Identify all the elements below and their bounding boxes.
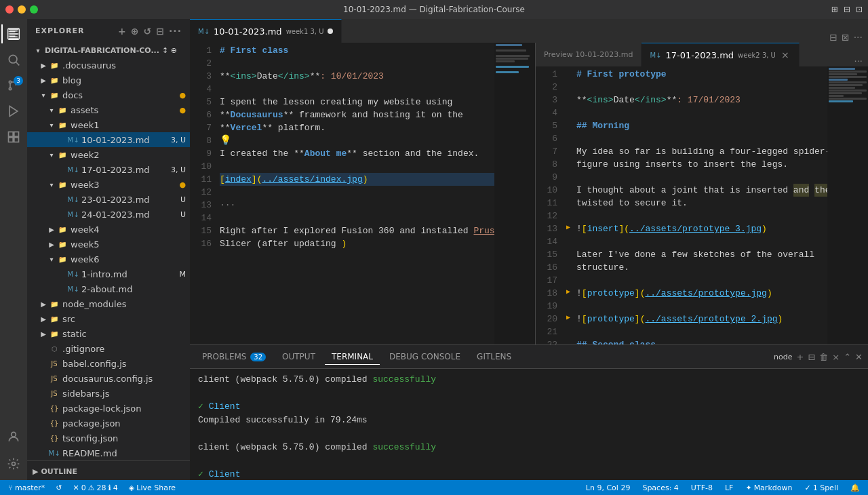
layout-icon-2[interactable]: ⊟ (844, 5, 850, 14)
status-branch[interactable]: ⑂ master* (5, 483, 47, 492)
collapse-all-icon[interactable]: ⊟ (156, 26, 165, 37)
blog-chevron: ▶ (38, 75, 49, 85)
terminal-content[interactable]: client (webpack 5.75.0) compiled success… (190, 369, 868, 480)
status-live-share[interactable]: ◈ Live Share (126, 483, 178, 492)
tab-10-01[interactable]: M↓ 10-01-2023.md week1 3, U (190, 19, 342, 43)
week5-chevron: ▶ (46, 239, 57, 250)
spell-icon: ✓ (804, 483, 810, 492)
tree-item-static[interactable]: ▶ 📁 static (27, 326, 190, 341)
tree-item-blog[interactable]: ▶ 📁 blog (27, 73, 190, 87)
status-notification[interactable]: 🔔 (848, 483, 863, 492)
tab-17-01-preview[interactable]: M↓ 17-01-2023.md week2 3, U × (642, 43, 799, 66)
editor-layout-icon[interactable]: ⊠ (842, 32, 850, 43)
error-icon: ✕ (73, 483, 79, 492)
trash-terminal-icon[interactable]: 🗑 (819, 352, 828, 362)
more-tabs-icon[interactable]: ··· (854, 32, 863, 43)
status-errors[interactable]: ✕ 0 ⚠ 28 ℹ 4 (71, 483, 121, 492)
add-terminal-icon[interactable]: + (796, 352, 804, 362)
status-eol[interactable]: LF (722, 483, 736, 492)
src-chevron: ▶ (38, 313, 49, 324)
terminal-tab-problems[interactable]: PROBLEMS 32 (195, 349, 273, 364)
tree-item-node-modules[interactable]: ▶ 📁 node_modules (27, 296, 190, 311)
split-terminal-icon[interactable]: ⊟ (808, 352, 815, 362)
tree-item-week1[interactable]: ▾ 📁 week1 (27, 117, 190, 132)
minimize-button[interactable] (18, 5, 26, 14)
tree-root[interactable]: ▾ DIGITAL-FABRICATION-CO... ↕ ⊕ (27, 43, 190, 58)
tree-item-docs[interactable]: ▾ 📁 docs ● (27, 87, 190, 102)
tab-preview-10-01[interactable]: Preview 10-01-2023.md (536, 43, 642, 66)
tree-item-gitignore[interactable]: ▶ ⬡ .gitignore (27, 341, 190, 356)
tab-17-01-close[interactable]: × (780, 48, 791, 62)
preview-content[interactable]: 1234 5678 9101112 13141516 17181920 2122… (536, 66, 868, 344)
terminal-tab-gitlens[interactable]: GITLENS (470, 349, 518, 364)
tree-item-docusaurus-config[interactable]: ▶ JS docusaurus.config.js (27, 371, 190, 386)
status-spaces[interactable]: Spaces: 4 (639, 483, 681, 492)
tabs-bar: M↓ 10-01-2023.md week1 3, U ⊟ ⊠ ··· (190, 19, 868, 43)
tree-item-17-01[interactable]: ▶ M↓ 17-01-2023.md 3, U (27, 162, 190, 177)
tree-item-babel[interactable]: ▶ JS babel.config.js (27, 356, 190, 371)
tree-item-week4[interactable]: ▶ 📁 week4 (27, 222, 190, 237)
split-editor-icon[interactable]: ⊟ (829, 32, 837, 43)
terminal-tab-debug[interactable]: DEBUG CONSOLE (382, 349, 467, 364)
tree-item-readme[interactable]: ▶ M↓ README.md (27, 446, 190, 460)
p-h2-second: ## Second class (576, 338, 656, 344)
tree-item-src[interactable]: ▶ 📁 src (27, 311, 190, 326)
tree-item-24-01[interactable]: ▶ M↓ 24-01-2023.md U (27, 207, 190, 222)
refresh-icon[interactable]: ↺ (144, 26, 153, 37)
status-sync[interactable]: ↺ (53, 483, 64, 492)
new-file-icon[interactable]: + (118, 26, 127, 37)
tree-item-week2[interactable]: ▾ 📁 week2 (27, 147, 190, 162)
tree-item-week5[interactable]: ▶ 📁 week5 (27, 237, 190, 252)
kill-terminal-icon[interactable]: × (832, 352, 840, 362)
problems-label: PROBLEMS (202, 352, 247, 361)
tree-item-week3[interactable]: ▾ 📁 week3 ● (27, 177, 190, 192)
p-bold-stars-2: ** (667, 94, 677, 106)
tree-item-assets[interactable]: ▾ 📁 assets ● (27, 102, 190, 117)
status-language[interactable]: ✦ Markdown (743, 483, 795, 492)
more-preview-icon[interactable]: ··· (854, 56, 863, 66)
new-folder-icon[interactable]: ⊕ (131, 26, 140, 37)
layout-icon-3[interactable]: ⊡ (856, 5, 863, 14)
outline-header[interactable]: ▶ OUTLINE (27, 464, 190, 479)
p-img-bracket-2-close: ] (635, 287, 640, 300)
svg-point-5 (9, 87, 11, 90)
branch-label: master* (15, 483, 45, 492)
maximize-terminal-icon[interactable]: ⌃ (844, 352, 851, 362)
tree-item-2-about[interactable]: ▶ M↓ 2-about.md (27, 281, 190, 296)
t-client-label-1: Client (209, 401, 241, 412)
tree-item-package[interactable]: ▶ {} package.json (27, 416, 190, 431)
tree-item-package-lock[interactable]: ▶ {} package-lock.json (27, 401, 190, 416)
close-terminal-icon[interactable]: ✕ (855, 352, 863, 362)
status-spell[interactable]: ✓ 1 Spell (802, 483, 841, 492)
activity-explorer[interactable] (1, 22, 26, 46)
maximize-button[interactable] (30, 5, 38, 14)
activity-extensions[interactable] (1, 125, 26, 149)
close-button[interactable] (5, 5, 14, 14)
bracket-open: [ (220, 173, 225, 186)
docs-folder-icon: 📁 (49, 90, 60, 100)
tree-item-docusaurus[interactable]: ▶ 📁 .docusaurus (27, 58, 190, 73)
code-editor-left[interactable]: 1234 5678 9101112 13141516 # First class (190, 43, 535, 344)
tree-item-1-intro[interactable]: ▶ M↓ 1-intro.md M (27, 266, 190, 281)
status-encoding[interactable]: UTF-8 (688, 483, 715, 492)
more-actions-icon[interactable]: ··· (169, 26, 182, 37)
preview-line-5: ## Morning (576, 119, 827, 132)
tree-item-23-01[interactable]: ▶ M↓ 23-01-2023.md U (27, 192, 190, 207)
terminal-tab-output[interactable]: OUTPUT (275, 349, 322, 364)
tree-item-10-01[interactable]: ▶ M↓ 10-01-2023.md 3, U (27, 132, 190, 147)
tree-item-tsconfig[interactable]: ▶ {} tsconfig.json (27, 431, 190, 446)
window-controls (5, 5, 38, 14)
svg-line-2 (16, 62, 20, 66)
activity-search[interactable] (1, 47, 26, 72)
activity-source-control[interactable]: 3 (1, 73, 26, 98)
tree-item-week6[interactable]: ▾ 📁 week6 (27, 252, 190, 266)
svg-rect-9 (14, 132, 19, 137)
tree-item-sidebars[interactable]: ▶ JS sidebars.js (27, 386, 190, 401)
terminal-tab-terminal[interactable]: TERMINAL (325, 349, 380, 365)
layout-icon-1[interactable]: ⊞ (831, 5, 838, 14)
activity-bar-bottom (1, 424, 26, 480)
activity-accounts[interactable] (1, 424, 26, 449)
activity-run[interactable] (1, 99, 26, 123)
activity-settings[interactable] (1, 452, 26, 476)
status-position[interactable]: Ln 9, Col 29 (583, 483, 633, 492)
